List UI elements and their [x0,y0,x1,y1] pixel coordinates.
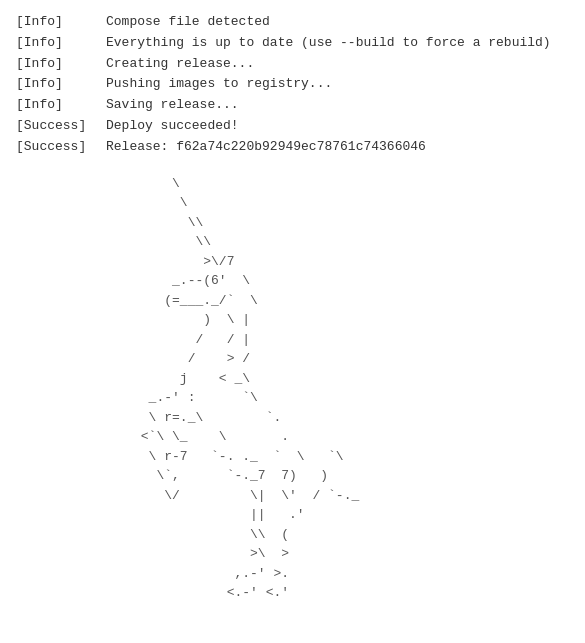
log-message-5: Saving release... [106,95,239,116]
log-tag-5: [Info] [16,95,106,116]
log-line-1: [Info] Compose file detected [16,12,569,33]
log-message-1: Compose file detected [106,12,270,33]
log-tag-3: [Info] [16,54,106,75]
log-line-2: [Info] Everything is up to date (use --b… [16,33,569,54]
log-message-3: Creating release... [106,54,254,75]
log-message-2: Everything is up to date (use --build to… [106,33,551,54]
log-line-7: [Success] Release: f62a74c220b92949ec787… [16,137,569,158]
log-tag-6: [Success] [16,116,106,137]
log-tag-1: [Info] [16,12,106,33]
log-line-5: [Info] Saving release... [16,95,569,116]
log-message-4: Pushing images to registry... [106,74,332,95]
log-line-3: [Info] Creating release... [16,54,569,75]
log-message-6: Deploy succeeded! [106,116,239,137]
log-container: [Info] Compose file detected [Info] Ever… [16,12,569,158]
log-line-4: [Info] Pushing images to registry... [16,74,569,95]
log-message-7: Release: f62a74c220b92949ec78761c7436604… [106,137,426,158]
log-tag-7: [Success] [16,137,106,158]
log-line-6: [Success] Deploy succeeded! [16,116,569,137]
ascii-art: \ \ \\ \\ >\/7 _.--(6' \ (=___._/` \ ) \… [16,174,569,603]
log-tag-4: [Info] [16,74,106,95]
log-tag-2: [Info] [16,33,106,54]
